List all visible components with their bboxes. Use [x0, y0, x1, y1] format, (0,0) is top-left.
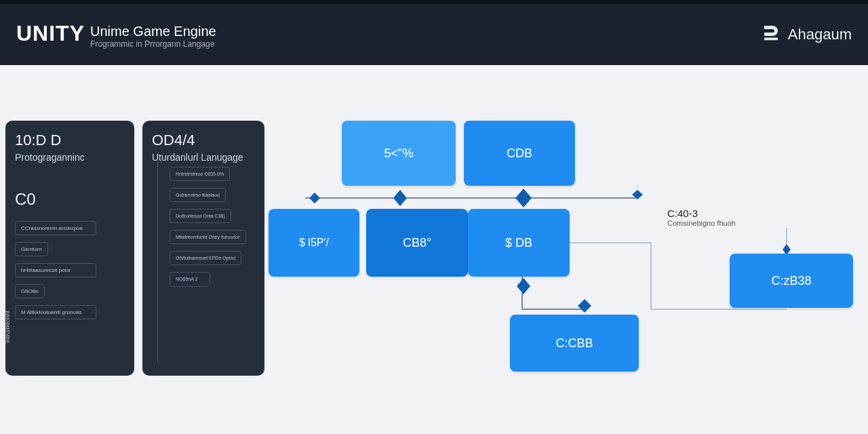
node-label: CDB	[507, 146, 532, 161]
svg-marker-7	[309, 193, 320, 203]
logo-block: UNITY Unime Game Engine Frogrammic in Pr…	[16, 21, 216, 49]
panel1-title: 10:D D	[15, 132, 125, 149]
header-subtitle: Frogrammic in Prrorgann Langage	[90, 39, 216, 49]
panel2-items: Rntretrbfnioo C035 0% Gotranotrso tkasla…	[170, 167, 255, 287]
brand-right: Ahagaum	[761, 22, 852, 47]
panel1-items: CCrassnonnnn arcieopoa Gemtom hHbtaasonr…	[15, 221, 125, 319]
node-label: $ l5P'/	[299, 237, 329, 249]
svg-marker-11	[578, 299, 591, 313]
flow-node[interactable]: C:zB38	[730, 254, 853, 308]
node-label: 5<"%	[384, 146, 414, 161]
list-item: NO05nA 2	[170, 272, 210, 286]
list-item: GttO8n	[15, 284, 45, 298]
side-panel-2: OD4/4 Uturdanlurl Lanugage Rntretrbfnioo…	[142, 121, 264, 376]
header-title: Unime Game Engine	[90, 24, 216, 39]
list-item: Gotranotrso tkaslaod	[170, 188, 226, 202]
brand-icon	[761, 22, 781, 47]
header-bar: UNITY Unime Game Engine Frogrammic in Pr…	[0, 0, 868, 65]
node-label: CB8°	[403, 236, 431, 250]
side-annotation: C:40-3 Comsinebigno fhuoh	[667, 208, 736, 227]
flow-node[interactable]: C:CBB	[510, 315, 639, 372]
list-item: OtVtuthamnuet EPDn Optnd	[170, 251, 241, 265]
panel1-subtitle: Protograganninc	[15, 152, 125, 163]
node-label: C:zB38	[771, 274, 811, 288]
panel2-title: OD4/4	[152, 132, 255, 149]
list-item: hHbtaasonrcsit pctor	[15, 263, 96, 277]
svg-marker-9	[515, 189, 532, 208]
list-item: M Aitiodoutoanlll gronoas	[15, 305, 96, 319]
list-item: Dottrortesod Onta C38)	[170, 209, 231, 223]
logo-text: UNITY	[16, 21, 85, 46]
panel1-vertical-label: Intrumeonnt	[4, 311, 11, 343]
panel1-heading: C0	[15, 190, 125, 209]
side-panel-1: 10:D D Protograganninc C0 Intrumeonnt CC…	[5, 121, 134, 376]
list-item: Mttatreondonid Dney itoroodor	[170, 230, 246, 244]
side-annotation-line1: C:40-3	[667, 208, 736, 219]
panel2-subtitle: Uturdanlurl Lanugage	[152, 152, 255, 163]
flow-node[interactable]: CDB	[464, 121, 575, 186]
panel2-timeline	[157, 161, 158, 362]
logo-subtitle-block: Unime Game Engine Frogrammic in Prrorgan…	[90, 24, 216, 49]
brand-name: Ahagaum	[788, 26, 852, 43]
flow-node[interactable]: CB8°	[366, 209, 468, 277]
node-label: $ DB	[505, 236, 532, 250]
node-label: C:CBB	[555, 336, 593, 351]
svg-marker-10	[517, 278, 530, 294]
flow-node[interactable]: 5<"%	[342, 121, 456, 186]
flow-node[interactable]: $ DB	[468, 209, 570, 277]
list-item: CCrassnonnnn arcieopoa	[15, 221, 96, 235]
svg-marker-12	[632, 190, 643, 199]
flow-node[interactable]: $ l5P'/	[269, 209, 359, 277]
list-item: Gemtom	[15, 242, 48, 256]
list-item: Rntretrbfnioo C035 0%	[170, 167, 230, 181]
svg-marker-8	[393, 190, 407, 206]
diagram-canvas: 10:D D Protograganninc C0 Intrumeonnt CC…	[0, 65, 868, 434]
side-annotation-line2: Comsinebigno fhuoh	[667, 219, 736, 227]
